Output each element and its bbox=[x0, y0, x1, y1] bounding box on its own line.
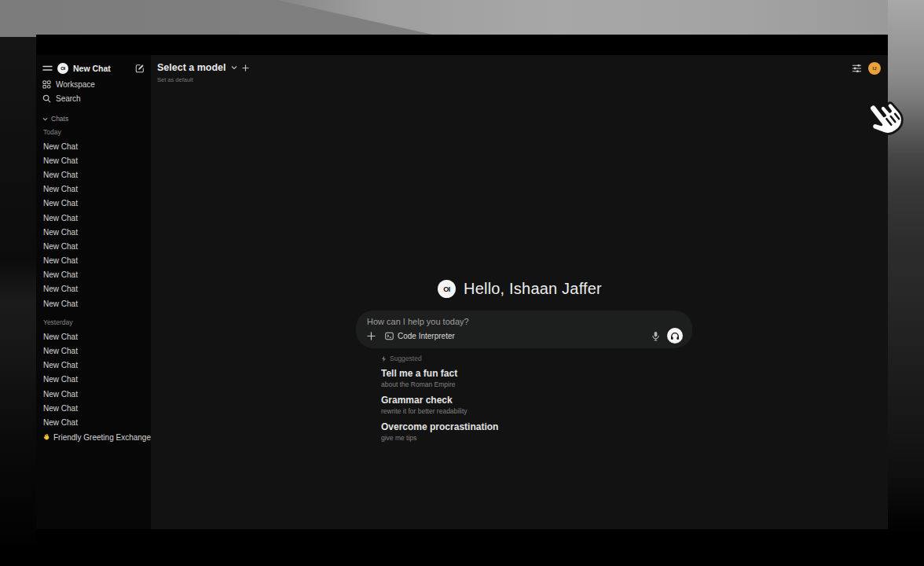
chat-list-item[interactable]: New Chat bbox=[36, 167, 151, 182]
model-selector-area: Select a model Set as default bbox=[157, 62, 249, 83]
chat-list-item[interactable]: New Chat bbox=[36, 254, 151, 268]
sidebar: OI New Chat Workspace Searc bbox=[36, 55, 152, 529]
code-interpreter-icon bbox=[385, 332, 394, 340]
suggestion-item[interactable]: Tell me a fun fact about the Roman Empir… bbox=[381, 369, 692, 388]
chevron-down-icon bbox=[42, 117, 48, 121]
chat-list-item-friendly-greeting[interactable]: Friendly Greeting Exchange bbox=[36, 431, 151, 445]
sidebar-new-chat-title[interactable]: New Chat bbox=[73, 64, 130, 73]
chat-list-today: New ChatNew ChatNew ChatNew ChatNew Chat… bbox=[36, 139, 151, 311]
chat-list-item[interactable]: New Chat bbox=[36, 153, 151, 167]
suggestion-subtitle: about the Roman Empire bbox=[381, 381, 692, 388]
search-icon bbox=[42, 94, 51, 103]
chat-list-item[interactable]: New Chat bbox=[36, 296, 151, 311]
controls-sliders-icon[interactable] bbox=[852, 64, 862, 73]
set-as-default-link[interactable]: Set as default bbox=[157, 76, 249, 83]
workspace-label: Workspace bbox=[56, 80, 95, 89]
suggestion-list: Tell me a fun fact about the Roman Empir… bbox=[381, 369, 692, 442]
headphones-icon bbox=[670, 332, 680, 340]
chat-list-item[interactable]: New Chat bbox=[36, 415, 151, 429]
app-logo-large: OI bbox=[438, 280, 456, 298]
message-input[interactable]: How can I help you today? bbox=[367, 317, 683, 326]
search-label: Search bbox=[56, 94, 81, 103]
chat-list-item[interactable]: New Chat bbox=[36, 139, 151, 153]
chat-list-item[interactable]: New Chat bbox=[36, 373, 151, 387]
desktop-wallpaper-left bbox=[0, 37, 36, 566]
chat-list-item[interactable]: New Chat bbox=[36, 268, 151, 282]
window-titlebar bbox=[36, 35, 888, 55]
sidebar-item-workspace[interactable]: Workspace bbox=[36, 78, 151, 90]
greeting-row: OI Hello, Ishaan Jaffer bbox=[152, 280, 888, 298]
suggestion-item[interactable]: Grammar check rewrite it for better read… bbox=[381, 395, 692, 415]
chat-list-yesterday: New ChatNew ChatNew ChatNew ChatNew Chat… bbox=[36, 329, 151, 429]
suggestion-item[interactable]: Overcome procrastination give me tips bbox=[381, 422, 692, 442]
model-chevron-down-icon bbox=[231, 65, 237, 70]
app-window: OI New Chat Workspace Searc bbox=[36, 35, 888, 529]
suggestion-subtitle: rewrite it for better readability bbox=[381, 408, 692, 415]
main-panel: Select a model Set as default IJ bbox=[152, 55, 888, 529]
chat-list-item[interactable]: New Chat bbox=[36, 387, 151, 401]
app-logo-small: OI bbox=[57, 63, 68, 74]
sidebar-toggle-icon[interactable] bbox=[42, 64, 53, 72]
model-selector-label: Select a model bbox=[157, 62, 226, 73]
add-model-icon[interactable] bbox=[242, 64, 249, 72]
greeting-text: Hello, Ishaan Jaffer bbox=[464, 280, 602, 298]
desktop-wallpaper-bottom bbox=[0, 542, 924, 566]
chat-list-item[interactable]: New Chat bbox=[36, 329, 151, 344]
message-input-card[interactable]: How can I help you today? Code Interpret… bbox=[356, 311, 692, 348]
suggested-section: Suggested Tell me a fun fact about the R… bbox=[381, 355, 692, 449]
sidebar-item-search[interactable]: Search bbox=[36, 92, 151, 105]
chats-section-label: Chats bbox=[51, 115, 68, 123]
wave-emoji-icon bbox=[43, 434, 50, 441]
chat-list-item[interactable]: New Chat bbox=[36, 344, 151, 358]
chat-list-item[interactable]: New Chat bbox=[36, 197, 151, 211]
code-interpreter-toggle[interactable]: Code Interpreter bbox=[385, 332, 455, 340]
attach-plus-icon[interactable] bbox=[367, 332, 376, 340]
desktop-wallpaper-right bbox=[888, 0, 924, 550]
code-interpreter-label: Code Interpreter bbox=[398, 332, 455, 340]
chat-list-item[interactable]: New Chat bbox=[36, 211, 151, 225]
chat-list-item[interactable]: New Chat bbox=[36, 239, 151, 253]
user-avatar[interactable]: IJ bbox=[868, 62, 881, 75]
chat-list-item[interactable]: New Chat bbox=[36, 225, 151, 239]
suggestion-subtitle: give me tips bbox=[381, 435, 692, 442]
chats-section-toggle[interactable]: Chats bbox=[36, 114, 151, 123]
chat-list-item[interactable]: New Chat bbox=[36, 282, 151, 296]
date-group-yesterday: Yesterday bbox=[36, 318, 151, 327]
chat-list-item[interactable]: New Chat bbox=[36, 401, 151, 415]
chat-list-item[interactable]: New Chat bbox=[36, 182, 151, 197]
suggested-label: Suggested bbox=[390, 355, 422, 362]
chat-list-item[interactable]: New Chat bbox=[36, 358, 151, 373]
new-chat-pencil-icon[interactable] bbox=[135, 64, 145, 73]
voice-call-button[interactable] bbox=[667, 328, 683, 344]
microphone-icon[interactable] bbox=[651, 331, 660, 341]
date-group-today: Today bbox=[36, 127, 151, 137]
bolt-icon bbox=[381, 355, 387, 362]
workspace-grid-icon bbox=[42, 80, 51, 89]
desktop: OI New Chat Workspace Searc bbox=[0, 0, 924, 566]
suggestion-title: Overcome procrastination bbox=[381, 422, 692, 432]
suggestion-title: Tell me a fun fact bbox=[381, 369, 692, 379]
chat-title: Friendly Greeting Exchange bbox=[53, 433, 151, 442]
model-selector[interactable]: Select a model bbox=[157, 62, 249, 73]
suggestion-title: Grammar check bbox=[381, 395, 692, 406]
